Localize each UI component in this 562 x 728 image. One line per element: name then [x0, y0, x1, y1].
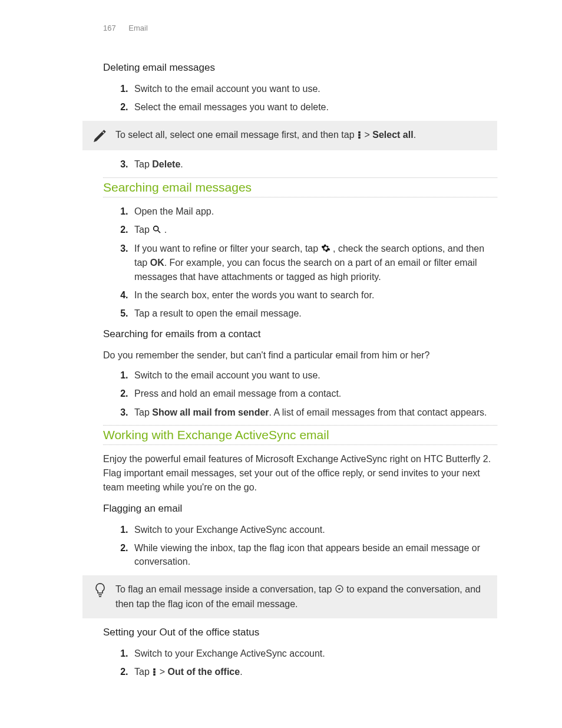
deleting-steps-a: Switch to the email account you want to … [118, 82, 497, 114]
overflow-icon [357, 128, 362, 142]
contact-title: Searching for emails from a contact [103, 328, 497, 340]
list-item: Switch to the email account you want to … [131, 82, 497, 95]
svg-line-4 [158, 230, 160, 233]
list-item: Switch to your Exchange ActiveSync accou… [131, 647, 497, 660]
note-text: To flag an email message inside a conver… [115, 582, 489, 611]
list-item: Tap a result to open the email message. [131, 307, 497, 320]
manual-page: 167 Email Deleting email messages Switch… [0, 0, 562, 728]
list-item: In the search box, enter the words you w… [131, 288, 497, 302]
deleting-steps-b: Tap Delete. [118, 157, 497, 171]
page-number: 167 [103, 24, 116, 32]
contact-steps: Switch to the email account you want to … [118, 368, 497, 419]
gear-icon [321, 242, 330, 255]
activesync-intro: Enjoy the powerful email features of Mic… [103, 452, 497, 495]
svg-rect-9 [154, 671, 156, 674]
flag-title: Flagging an email [103, 503, 497, 515]
note-select-all: To select all, select one email message … [82, 121, 497, 150]
svg-point-3 [154, 226, 158, 231]
list-item: Tap Show all mail from sender. A list of… [131, 406, 497, 419]
ooo-title: Setting your Out of the office status [103, 627, 497, 638]
page-header: 167 Email [103, 24, 497, 32]
tip-icon [91, 582, 110, 599]
list-item: Open the Mail app. [131, 205, 497, 218]
deleting-title: Deleting email messages [103, 62, 497, 74]
svg-rect-2 [358, 137, 361, 139]
overflow-icon [152, 665, 157, 678]
flag-steps: Switch to your Exchange ActiveSync accou… [118, 523, 497, 569]
note-text: To select all, select one email message … [115, 128, 489, 143]
list-item: Tap . [131, 223, 497, 237]
search-icon [152, 223, 161, 236]
searching-steps: Open the Mail app. Tap . If you want to … [118, 205, 497, 321]
list-item: While viewing the inbox, tap the flag ic… [131, 541, 497, 568]
svg-rect-10 [154, 674, 156, 676]
list-item: Tap Delete. [131, 157, 497, 171]
expand-icon [335, 582, 344, 597]
list-item: If you want to refine or filter your sea… [131, 242, 497, 284]
pencil-icon [91, 128, 110, 143]
svg-rect-1 [358, 134, 361, 136]
section-name: Email [128, 24, 148, 32]
searching-title: Searching email messages [103, 177, 497, 197]
svg-rect-0 [358, 131, 361, 134]
contact-intro: Do you remember the sender, but can't fi… [103, 348, 497, 363]
list-item: Switch to the email account you want to … [131, 368, 497, 382]
list-item: Press and hold an email message from a c… [131, 387, 497, 400]
activesync-title: Working with Exchange ActiveSync email [103, 425, 497, 445]
ooo-steps: Switch to your Exchange ActiveSync accou… [118, 647, 497, 680]
svg-rect-8 [154, 668, 156, 671]
list-item: Switch to your Exchange ActiveSync accou… [131, 523, 497, 536]
list-item: Tap > Out of the office. [131, 665, 497, 679]
list-item: Select the email messages you want to de… [131, 100, 497, 114]
note-flag-conversation: To flag an email message inside a conver… [82, 575, 497, 618]
